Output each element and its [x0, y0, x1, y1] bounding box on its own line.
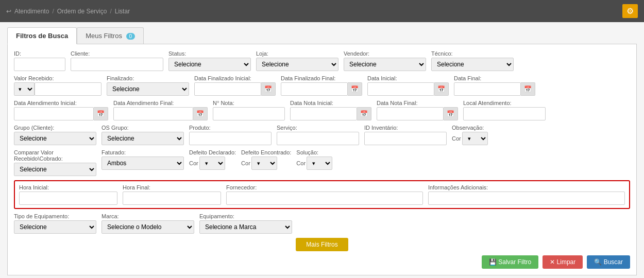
group-defeito-declarado: Defeito Declarado: Cor ▾ — [189, 149, 236, 170]
label-observacao: Observação: — [452, 125, 488, 131]
select-tipo-equipamento[interactable]: Selecione — [14, 220, 96, 234]
select-cor-observacao[interactable]: ▾ — [462, 132, 488, 145]
group-grupo-cliente: Grupo (Cliente): Selecione — [14, 125, 96, 145]
select-cor-defeito-encontrado[interactable]: ▾ — [251, 157, 277, 170]
input-local-atend[interactable] — [463, 107, 546, 120]
input-no-nota[interactable] — [213, 107, 285, 120]
label-grupo-cliente: Grupo (Cliente): — [14, 125, 96, 131]
label-equipamento: Equipamento: — [199, 213, 292, 219]
input-data-fin-fin[interactable] — [281, 82, 348, 96]
input-fornecedor[interactable] — [226, 192, 423, 205]
select-status[interactable]: Selecione — [168, 58, 251, 71]
label-local-atend: Local Atendimento: — [463, 100, 546, 106]
select-finalizado[interactable]: Selecione — [107, 82, 189, 96]
cor-defeito-encontrado-group: Cor ▾ — [241, 157, 291, 170]
group-comparar-valor: Comparar ValorRecebido\Cobrado: Selecion… — [14, 149, 96, 176]
group-os-grupo: OS Grupo: Selecione — [101, 125, 184, 145]
group-faturado: Faturado: Ambos — [101, 149, 184, 170]
form-row-5: Comparar ValorRecebido\Cobrado: Selecion… — [14, 149, 630, 176]
cal-data-nota-fin[interactable]: 📅 — [444, 107, 458, 120]
input-data-atend-fin[interactable] — [113, 107, 193, 120]
gear-button[interactable]: ⚙ — [622, 4, 638, 18]
group-id: ID: — [14, 50, 65, 71]
input-hora-final[interactable] — [123, 192, 221, 205]
input-id[interactable] — [14, 58, 65, 71]
tab-filtros[interactable]: Filtros de Busca — [7, 27, 77, 44]
back-icon[interactable]: ↩ — [6, 8, 11, 15]
sep1: / — [52, 8, 54, 15]
cal-data-fin-fin[interactable]: 📅 — [348, 82, 362, 96]
input-data-atend-ini[interactable] — [14, 107, 94, 120]
data-fin-fin-wrapper: 📅 — [281, 82, 362, 96]
form-row-3: Data Atendimento Inicial: 📅 Data Atendim… — [14, 100, 630, 120]
breadcrumb-atendimento: Atendimento — [14, 8, 49, 15]
tab-meus-filtros[interactable]: Meus Filtros 0 — [77, 27, 144, 44]
save-icon: 💾 — [489, 258, 497, 266]
group-tipo-equipamento: Tipo de Equipamento: Selecione — [14, 213, 96, 234]
select-equipamento[interactable]: Selecione a Marca — [199, 220, 292, 234]
input-produto[interactable] — [189, 132, 272, 145]
select-cor-solucao[interactable]: ▾ — [307, 157, 332, 170]
buscar-button[interactable]: 🔍 Buscar — [587, 255, 630, 269]
select-tecnico[interactable]: Selecione — [431, 58, 514, 71]
input-cliente[interactable] — [71, 58, 163, 71]
group-data-nota-fin: Data Nota Final: 📅 — [377, 100, 458, 120]
input-informacoes-adicionais[interactable] — [428, 192, 625, 205]
meus-filtros-badge: 0 — [126, 33, 135, 40]
select-loja[interactable]: Selecione — [256, 58, 338, 71]
select-marca[interactable]: Selecione o Modelo — [101, 220, 194, 234]
label-produto: Produto: — [189, 125, 272, 131]
cal-data-nota-ini[interactable]: 📅 — [357, 107, 371, 120]
label-id-inventario: ID Inventário: — [364, 125, 447, 131]
cor-solucao-group: Cor ▾ — [296, 157, 332, 170]
input-servico[interactable] — [277, 132, 359, 145]
select-faturado[interactable]: Ambos — [101, 157, 184, 170]
cal-data-fin-ini[interactable]: 📅 — [261, 82, 276, 96]
select-valor-tipo[interactable]: ▾ — [14, 82, 35, 96]
cal-data-atend-ini[interactable]: 📅 — [94, 107, 108, 120]
highlighted-row-6: Hora Inicial: Hora Final: Fornecedor: In… — [14, 180, 630, 209]
group-status: Status: Selecione — [168, 50, 251, 71]
select-vendedor[interactable]: Selecione — [344, 58, 426, 71]
input-data-final[interactable] — [454, 82, 521, 96]
data-nota-fin-wrapper: 📅 — [377, 107, 458, 120]
input-valor-recebido[interactable] — [35, 82, 101, 96]
input-data-nota-ini[interactable] — [290, 107, 357, 120]
input-data-fin-ini[interactable] — [194, 82, 261, 96]
label-comparar-valor: Comparar ValorRecebido\Cobrado: — [14, 149, 96, 162]
select-cor-defeito-declarado[interactable]: ▾ — [199, 157, 225, 170]
mais-filtros-row: Mais Filtros — [14, 238, 630, 251]
cal-data-atend-fin[interactable]: 📅 — [193, 107, 208, 120]
group-defeito-encontrado: Defeito Encontrado: Cor ▾ — [241, 149, 291, 170]
label-hora-inicial: Hora Inicial: — [19, 184, 117, 190]
input-hora-inicial[interactable] — [19, 192, 117, 205]
group-valor-recebido: Valor Recebido: ▾ — [14, 75, 101, 96]
salvar-filtro-button[interactable]: 💾 Salvar Filtro — [482, 255, 538, 269]
label-informacoes-adicionais: Informações Adicionais: — [428, 184, 625, 190]
group-hora-final: Hora Final: — [123, 184, 221, 205]
limpar-button[interactable]: ✕ Limpar — [543, 255, 583, 269]
cal-data-final[interactable]: 📅 — [521, 82, 535, 96]
cor-observacao-group: Cor ▾ — [452, 132, 488, 145]
group-hora-inicial: Hora Inicial: — [19, 184, 117, 205]
select-comparar-valor[interactable]: Selecione — [14, 163, 96, 176]
label-servico: Serviço: — [277, 125, 359, 131]
label-data-atend-fin: Data Atendimento Final: — [113, 100, 208, 106]
cal-data-inicial[interactable]: 📅 — [434, 82, 449, 96]
breadcrumb: ↩ Atendimento / Ordem de Serviço / Lista… — [6, 8, 130, 15]
group-equipamento: Equipamento: Selecione a Marca — [199, 213, 292, 234]
mais-filtros-button[interactable]: Mais Filtros — [296, 238, 348, 251]
tabs: Filtros de Busca Meus Filtros 0 — [7, 27, 637, 44]
group-data-inicial: Data Inicial: 📅 — [367, 75, 449, 96]
input-id-inventario[interactable] — [364, 132, 447, 145]
label-solucao: Solução: — [296, 149, 332, 155]
input-data-nota-fin[interactable] — [377, 107, 444, 120]
label-data-atend-ini: Data Atendimento Inicial: — [14, 100, 108, 106]
select-os-grupo[interactable]: Selecione — [101, 132, 184, 145]
clear-icon: ✕ — [550, 258, 555, 266]
input-data-inicial[interactable] — [367, 82, 434, 96]
group-finalizado: Finalizado: Selecione — [107, 75, 189, 96]
sep2: / — [110, 8, 111, 15]
select-grupo-cliente[interactable]: Selecione — [14, 132, 96, 145]
label-defeito-declarado: Defeito Declarado: — [189, 149, 236, 155]
